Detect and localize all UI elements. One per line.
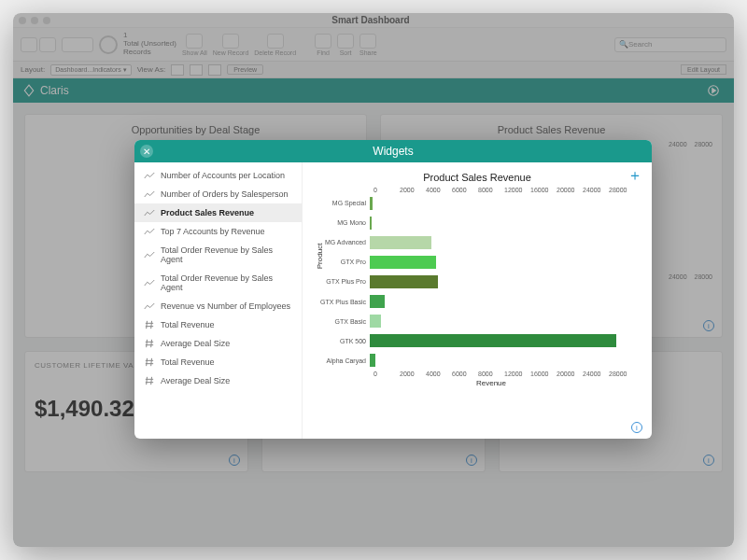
bar xyxy=(370,256,436,269)
widget-list-item[interactable]: Average Deal Size xyxy=(134,334,302,353)
widgets-modal: ✕ Widgets Number of Accounts per Locatio… xyxy=(134,140,652,439)
widget-list: Number of Accounts per LocationNumber of… xyxy=(134,162,303,439)
category-label: GTK 500 xyxy=(316,338,370,344)
line-chart-icon xyxy=(144,189,155,199)
line-chart-icon xyxy=(144,250,155,259)
category-label: GTX Plus Pro xyxy=(316,278,370,285)
chart-title: Product Sales Revenue xyxy=(316,172,639,183)
widget-list-item[interactable]: Number of Orders by Salesperson xyxy=(134,185,302,203)
widget-item-label: Total Revenue xyxy=(161,357,215,367)
app-window: Smart Dashboard 1 Total (Unsorted) Recor… xyxy=(13,13,734,547)
widget-item-label: Top 7 Accounts by Revenue xyxy=(161,227,265,236)
chart-row: MG Advanced xyxy=(374,235,635,250)
widget-item-label: Total Order Revenue by Sales Agent xyxy=(161,245,292,264)
widget-item-label: Number of Orders by Salesperson xyxy=(161,189,289,199)
widget-list-item[interactable]: Total Order Revenue by Sales Agent xyxy=(134,241,302,269)
line-chart-icon xyxy=(144,301,155,311)
widget-list-item[interactable]: Product Sales Revenue xyxy=(134,203,302,222)
chart-rows: MG SpecialMG MonoMG AdvancedGTX ProGTX P… xyxy=(374,193,635,371)
x-axis-label: Revenue xyxy=(316,379,639,387)
bar xyxy=(370,354,375,367)
widget-list-item[interactable]: Total Revenue xyxy=(134,315,302,334)
chart-row: MG Special xyxy=(374,196,635,211)
bar xyxy=(370,334,616,347)
modal-title: Widgets xyxy=(373,145,413,158)
widget-list-item[interactable]: Revenue vs Number of Employees xyxy=(134,297,302,315)
x-axis-bottom: 0200040006000800012000160002000024000280… xyxy=(316,371,639,377)
widget-list-item[interactable]: Number of Accounts per Location xyxy=(134,166,302,185)
bar xyxy=(370,315,381,328)
category-label: MG Special xyxy=(316,200,370,206)
bar xyxy=(370,217,372,230)
chart-row: GTX Pro xyxy=(374,255,635,270)
widget-item-label: Total Order Revenue by Sales Agent xyxy=(161,273,292,292)
widget-item-label: Total Revenue xyxy=(161,320,215,329)
widget-item-label: Average Deal Size xyxy=(161,339,230,348)
widget-preview: ＋ Product Sales Revenue 0200040006000800… xyxy=(303,162,652,439)
widget-item-label: Average Deal Size xyxy=(161,376,230,385)
chart-row: Alpha Caryad xyxy=(374,353,635,368)
y-axis-label: Product xyxy=(316,244,324,270)
category-label: Alpha Caryad xyxy=(316,357,370,364)
line-chart-icon xyxy=(144,227,155,236)
chart-row: GTX Basic xyxy=(374,314,635,329)
info-icon[interactable]: i xyxy=(631,422,642,433)
widget-item-label: Product Sales Revenue xyxy=(161,208,254,217)
widget-list-item[interactable]: Average Deal Size xyxy=(134,371,302,390)
hash-icon xyxy=(144,376,155,385)
hash-icon xyxy=(144,320,155,329)
chart-row: GTK 500 xyxy=(374,333,635,348)
bar xyxy=(370,275,438,288)
line-chart-icon xyxy=(144,278,155,287)
hash-icon xyxy=(144,357,155,367)
x-axis-top: 0200040006000800012000160002000024000280… xyxy=(316,187,639,193)
bar xyxy=(370,295,385,308)
chart-row: GTX Plus Basic xyxy=(374,294,635,309)
modal-header: ✕ Widgets xyxy=(134,140,652,162)
category-label: GTX Plus Basic xyxy=(316,299,370,305)
category-label: MG Mono xyxy=(316,219,370,226)
widget-list-item[interactable]: Total Revenue xyxy=(134,353,302,371)
hash-icon xyxy=(144,339,155,348)
chart-row: MG Mono xyxy=(374,216,635,231)
widget-item-label: Revenue vs Number of Employees xyxy=(161,301,290,311)
bar xyxy=(370,236,431,249)
widget-item-label: Number of Accounts per Location xyxy=(161,171,285,180)
chart-row: GTX Plus Pro xyxy=(374,274,635,289)
chart: 0200040006000800012000160002000024000280… xyxy=(316,187,639,401)
category-label: GTX Basic xyxy=(316,318,370,325)
bar xyxy=(370,197,373,210)
widget-list-item[interactable]: Total Order Revenue by Sales Agent xyxy=(134,269,302,297)
close-icon[interactable]: ✕ xyxy=(140,145,153,158)
line-chart-icon xyxy=(144,208,155,217)
line-chart-icon xyxy=(144,171,155,180)
add-widget-button[interactable]: ＋ xyxy=(627,166,642,186)
widget-list-item[interactable]: Top 7 Accounts by Revenue xyxy=(134,222,302,241)
